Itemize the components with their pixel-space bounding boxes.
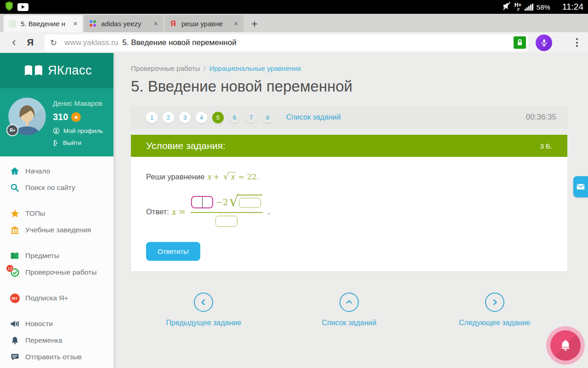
- page-title: 5. Введение новой переменной: [131, 78, 570, 95]
- feedback-chat-icon: [10, 352, 20, 362]
- status-bar: H+ ⇵ 58% 11:24: [0, 0, 588, 14]
- bank-icon: [10, 225, 20, 235]
- task-number-5-active[interactable]: 5: [212, 112, 224, 123]
- battery-percent: 58%: [537, 3, 550, 11]
- sidebar-item-schools[interactable]: Учебные заведения: [0, 222, 116, 238]
- refresh-icon[interactable]: [50, 38, 57, 48]
- close-tab-icon[interactable]: ×: [232, 19, 240, 29]
- chevron-left-icon[interactable]: [194, 293, 213, 312]
- books-icon: [10, 251, 20, 261]
- address-bar: ‹ Я www.yaklass.ru 5. Введение новой пер…: [0, 32, 588, 53]
- chevron-up-icon[interactable]: [339, 293, 359, 312]
- task-condition-header: Условие задания: 3 Б.: [131, 135, 567, 157]
- answer-fraction: −2 √: [191, 195, 263, 230]
- test-clock-icon: 13: [10, 267, 20, 277]
- task-number-nav: 1 2 3 4 5 6 7 8 Список заданий 00:36:35: [131, 106, 567, 129]
- task-number-6[interactable]: 6: [229, 112, 240, 123]
- task-number-7[interactable]: 7: [245, 112, 257, 123]
- url-page-title: 5. Введение новой переменной: [122, 38, 236, 47]
- problem-statement: Реши уравнение x + √ x = 22.: [146, 171, 552, 182]
- ya-plus-icon: Я+: [10, 293, 20, 303]
- yaklass-favicon: [8, 20, 17, 28]
- sqrt-group: √: [229, 195, 262, 210]
- sidebar-item-break[interactable]: Переменка: [0, 332, 116, 349]
- clock: 11:24: [562, 2, 583, 12]
- sidebar-item-tops[interactable]: ТОПы: [0, 205, 116, 222]
- task-body: Реши уравнение x + √ x = 22. Ответ: x = …: [131, 157, 567, 271]
- sidebar-item-subjects[interactable]: Предметы: [0, 247, 116, 264]
- battery-icon: [554, 3, 559, 12]
- task-number-3[interactable]: 3: [179, 112, 191, 123]
- yaklass-logo[interactable]: ЯКласс: [0, 53, 116, 88]
- my-profile-link[interactable]: Мой профиль: [53, 127, 103, 134]
- tab-yandex-search[interactable]: Я реши уравне ×: [164, 15, 243, 32]
- search-favicon: [89, 20, 97, 28]
- sidebar-item-tests[interactable]: 13 Проверочные работы: [0, 264, 116, 281]
- task-number-8[interactable]: 8: [262, 112, 273, 123]
- search-icon: [10, 183, 20, 193]
- main-content: Проверочные работы / Иррациональные урав…: [116, 53, 588, 368]
- notifications-bell-button[interactable]: [550, 330, 581, 361]
- megaphone-icon: [10, 319, 20, 329]
- bell-icon: [10, 335, 20, 345]
- submit-answer-button[interactable]: Ответить!: [146, 242, 200, 261]
- secure-lock-icon[interactable]: [514, 36, 526, 49]
- sidebar: ЯКласс Я+ Денис Макаров 310 ★ Мой профил…: [0, 53, 116, 368]
- task-list-button[interactable]: Список заданий: [277, 293, 422, 327]
- task-number-4[interactable]: 4: [196, 112, 207, 123]
- answer-input-radicand[interactable]: [239, 198, 261, 208]
- condition-title: Условие задания:: [146, 140, 226, 151]
- points-count: 310: [53, 112, 68, 122]
- home-icon: [10, 166, 20, 176]
- ya-plus-avatar-badge: Я+: [6, 124, 18, 136]
- next-task-button[interactable]: Следующее задание: [422, 293, 567, 327]
- back-button[interactable]: ‹: [12, 36, 16, 48]
- sidebar-menu: Начало Поиск по сайту ТОПы Учебные завед…: [0, 156, 116, 365]
- antivirus-shield-icon: [5, 1, 14, 13]
- previous-task-button[interactable]: Предыдущее задание: [131, 293, 277, 327]
- tab-title: реши уравне: [181, 20, 232, 28]
- answer-input-focused[interactable]: [191, 196, 213, 208]
- answer-formula: Ответ: x = −2 √: [146, 195, 552, 230]
- signal-icon: [525, 4, 533, 11]
- sidebar-item-site-search[interactable]: Поиск по сайту: [0, 179, 116, 196]
- star-badge-icon: ★: [71, 112, 81, 122]
- url-field[interactable]: www.yaklass.ru 5. Введение новой перемен…: [45, 34, 528, 51]
- timer: 00:36:35: [526, 113, 556, 122]
- tab-title: 5. Введение н: [21, 20, 72, 28]
- answer-input-denominator[interactable]: [215, 216, 237, 227]
- voice-search-icon[interactable]: [536, 34, 552, 51]
- network-type-icon: H+ ⇵: [514, 2, 522, 12]
- tab-yaklass-task[interactable]: 5. Введение н ×: [4, 15, 83, 32]
- sidebar-item-feedback[interactable]: Отправить отзыв: [0, 349, 116, 365]
- close-tab-icon[interactable]: ×: [72, 19, 79, 29]
- sidebar-item-news[interactable]: Новости: [0, 316, 116, 332]
- yandex-browser-logo[interactable]: Я: [27, 37, 34, 48]
- youtube-icon: [17, 3, 28, 11]
- sidebar-item-home[interactable]: Начало: [0, 163, 116, 179]
- task-pager: Предыдущее задание Список заданий Следую…: [131, 293, 567, 327]
- chevron-right-icon[interactable]: [485, 293, 504, 312]
- browser-menu-icon[interactable]: [572, 36, 582, 49]
- task-list-link[interactable]: Список заданий: [286, 113, 341, 121]
- feedback-mail-tab[interactable]: [573, 176, 588, 197]
- task-number-2[interactable]: 2: [163, 112, 174, 123]
- sidebar-item-ya-plus[interactable]: Я+ Подписка Я+: [0, 290, 116, 306]
- profile-panel: Я+ Денис Макаров 310 ★ Мой профиль Выйти: [0, 88, 116, 156]
- browser-tab-bar: 5. Введение н × adidas yeezy × Я реши ур…: [0, 14, 588, 32]
- task-number-1[interactable]: 1: [146, 112, 158, 123]
- close-tab-icon[interactable]: ×: [152, 19, 159, 29]
- logout-link[interactable]: Выйти: [53, 139, 103, 146]
- user-name: Денис Макаров: [53, 99, 103, 107]
- bell-icon: [559, 339, 572, 352]
- breadcrumb: Проверочные работы / Иррациональные урав…: [131, 53, 570, 72]
- url-host: www.yaklass.ru: [64, 38, 118, 47]
- radical-sign: √: [223, 171, 229, 182]
- mute-icon: [502, 1, 511, 12]
- breadcrumb-parent[interactable]: Проверочные работы: [131, 64, 200, 72]
- new-tab-button[interactable]: +: [245, 15, 264, 32]
- yandex-favicon: Я: [169, 20, 177, 28]
- radical-sign: √: [229, 195, 239, 207]
- breadcrumb-current-link[interactable]: Иррациональные уравнения: [209, 64, 300, 72]
- tab-adidas-yeezy[interactable]: adidas yeezy ×: [84, 15, 163, 32]
